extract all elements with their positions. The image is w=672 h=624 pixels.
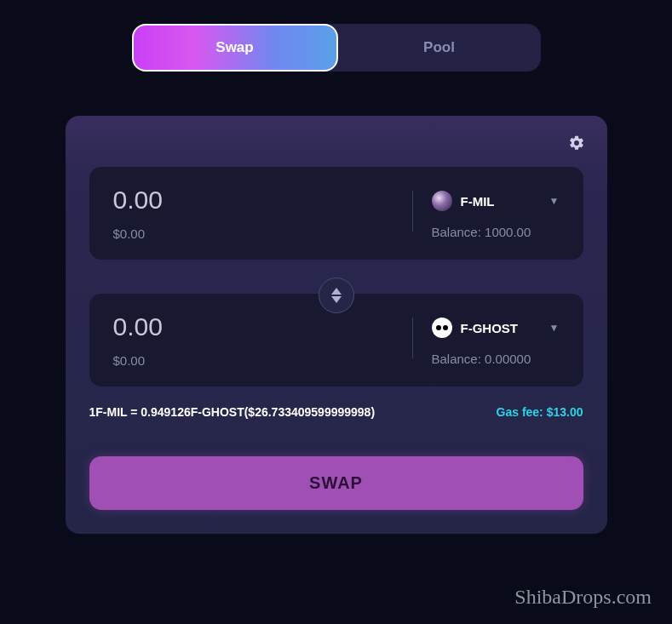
to-amount-input[interactable] bbox=[113, 312, 393, 341]
tab-swap[interactable]: Swap bbox=[132, 24, 338, 72]
chevron-down-icon: ▼ bbox=[549, 322, 560, 334]
settings-button[interactable] bbox=[568, 135, 585, 155]
from-row: $0.00 F-MIL ▼ Balance: 1000.00 bbox=[89, 167, 583, 260]
to-amount-col: $0.00 bbox=[113, 312, 393, 368]
divider bbox=[412, 318, 413, 358]
tab-bar: Swap Pool bbox=[132, 24, 541, 72]
from-usd-value: $0.00 bbox=[113, 226, 393, 241]
to-usd-value: $0.00 bbox=[113, 353, 393, 368]
swap-button-label: SWAP bbox=[309, 473, 363, 492]
from-token-col: F-MIL ▼ Balance: 1000.00 bbox=[432, 187, 560, 239]
info-row: 1F-MIL = 0.949126F-GHOST($26.73340959999… bbox=[89, 405, 583, 419]
gas-fee: Gas fee: $13.00 bbox=[497, 405, 583, 419]
tab-pool-label: Pool bbox=[423, 39, 455, 55]
to-balance: Balance: 0.00000 bbox=[432, 352, 560, 366]
tab-swap-label: Swap bbox=[215, 39, 253, 55]
from-amount-col: $0.00 bbox=[113, 186, 393, 241]
from-token-select[interactable]: F-MIL ▼ bbox=[432, 191, 560, 211]
swap-button[interactable]: SWAP bbox=[89, 456, 583, 510]
to-token-select[interactable]: F-GHOST ▼ bbox=[432, 318, 560, 338]
exchange-rate: 1F-MIL = 0.949126F-GHOST($26.73340959999… bbox=[89, 405, 376, 419]
watermark: ShibaDrops.com bbox=[514, 586, 652, 609]
from-balance: Balance: 1000.00 bbox=[432, 225, 560, 239]
to-token-col: F-GHOST ▼ Balance: 0.00000 bbox=[432, 314, 560, 366]
fghost-token-icon bbox=[432, 318, 452, 338]
gear-icon bbox=[568, 135, 585, 152]
fmil-token-icon bbox=[432, 191, 452, 211]
arrow-down-icon bbox=[331, 296, 342, 303]
switch-direction-button[interactable] bbox=[319, 278, 354, 313]
arrow-up-icon bbox=[331, 288, 342, 295]
to-token-name: F-GHOST bbox=[461, 321, 519, 335]
from-token-name: F-MIL bbox=[461, 194, 495, 209]
swap-panel: $0.00 F-MIL ▼ Balance: 1000.00 $0.00 F-G… bbox=[66, 116, 607, 534]
chevron-down-icon: ▼ bbox=[549, 195, 560, 207]
tab-pool[interactable]: Pool bbox=[338, 24, 541, 72]
from-amount-input[interactable] bbox=[113, 186, 393, 215]
divider bbox=[412, 191, 413, 232]
